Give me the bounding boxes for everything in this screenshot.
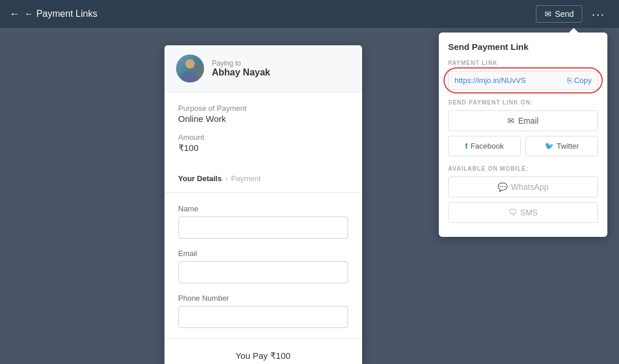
email-input[interactable] [178,261,348,283]
whatsapp-button[interactable]: 💬 WhatsApp [448,176,598,197]
email-group: Email [178,249,348,283]
facebook-icon: f [465,142,467,150]
header-title: ← Payment Links [24,9,97,19]
step1-label: Your Details [178,174,222,183]
email-share-icon: ✉ [507,116,514,125]
copy-icon: ⎘ [567,76,572,85]
avatar [176,55,204,82]
panel-title: Send Payment Link [448,42,598,52]
steps-nav: Your Details › Payment [164,174,362,192]
send-button[interactable]: ✉ Send [536,5,583,23]
name-group: Name [178,204,348,239]
amount-group: Amount ₹100 [178,133,348,153]
email-label: Email [178,249,348,258]
link-box: https://imjo.in/NUvVS ⎘ Copy [448,71,598,90]
avatar-image [176,55,204,82]
whatsapp-icon: 💬 [498,182,507,192]
phone-group: Phone Number [178,294,348,328]
amount-value: ₹100 [178,143,348,153]
divider [164,192,362,193]
payment-card: Paying to Abhay Nayak Purpose of Payment… [164,45,362,364]
email-share-button[interactable]: ✉ Email [448,110,598,131]
main-content: Paying to Abhay Nayak Purpose of Payment… [0,28,619,364]
payee-name: Abhay Nayak [212,67,271,78]
twitter-icon: 🐦 [545,142,554,150]
back-arrow-icon: ← [9,8,20,20]
more-button[interactable]: ··· [587,5,610,23]
step2-label: Payment [231,174,260,183]
name-label: Name [178,204,348,213]
sms-icon: 🗨 [509,208,517,217]
name-input[interactable] [178,217,348,239]
purpose-value: Online Work [178,114,348,124]
header-actions: ✉ Send ··· [536,5,610,23]
step-chevron-icon: › [225,175,227,183]
payment-link-url[interactable]: https://imjo.in/NUvVS [455,76,526,85]
twitter-button[interactable]: 🐦 Twitter [525,136,598,156]
purpose-label: Purpose of Payment [178,104,348,113]
mobile-section-label: AVAILABLE ON MOBILE: [448,165,598,172]
email-icon: ✉ [545,9,552,19]
payment-link-section-label: PAYMENT LINK [448,60,598,66]
card-footer: You Pay ₹100 [164,338,362,364]
send-on-label: SEND PAYMENT LINK ON: [448,99,598,106]
paying-to-label: Paying to [212,59,271,67]
purpose-group: Purpose of Payment Online Work [178,104,348,124]
phone-input[interactable] [178,306,348,328]
header: ← ← Payment Links ✉ Send ··· [0,0,619,28]
back-button[interactable]: ← ← Payment Links [9,8,97,20]
phone-label: Phone Number [178,294,348,302]
sms-button[interactable]: 🗨 SMS [448,202,598,223]
send-panel: Send Payment Link PAYMENT LINK https://i… [439,33,607,237]
facebook-button[interactable]: f Facebook [448,136,521,156]
payee-info: Paying to Abhay Nayak [212,59,271,78]
payee-header: Paying to Abhay Nayak [164,45,362,92]
amount-label: Amount [178,133,348,142]
payment-details: Purpose of Payment Online Work Amount ₹1… [164,92,362,174]
you-pay-text: You Pay ₹100 [235,351,291,361]
copy-button[interactable]: ⎘ Copy [567,76,592,85]
social-row: f Facebook 🐦 Twitter [448,136,598,156]
form-section: Name Email Phone Number [164,204,362,328]
link-box-wrapper: https://imjo.in/NUvVS ⎘ Copy [448,71,598,90]
